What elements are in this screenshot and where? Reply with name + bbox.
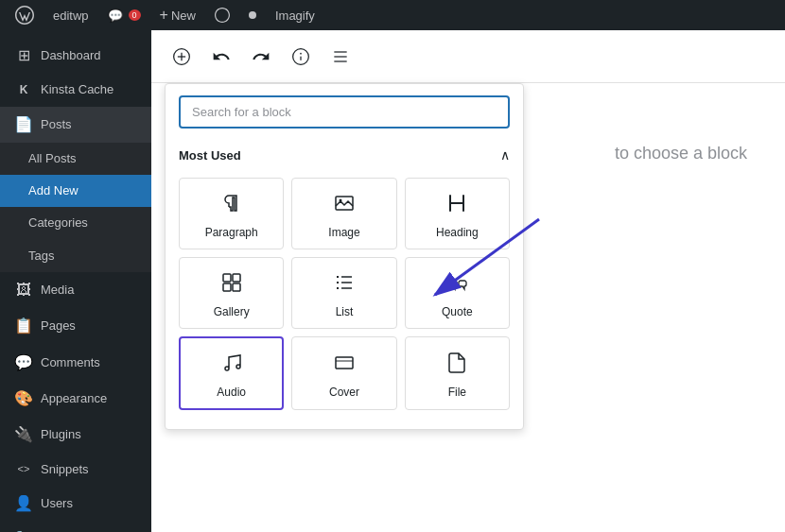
paragraph-icon [220,192,243,218]
sidebar-item-pages[interactable]: 📋 Pages [0,308,151,344]
options-button[interactable] [323,40,358,74]
plus-icon: + [160,7,168,24]
sidebar: ⊞ Dashboard K Kinsta Cache 📄 Posts All P… [0,30,151,532]
new-item[interactable]: + New [152,0,203,30]
svg-rect-21 [336,357,353,369]
block-search-input[interactable] [179,95,510,129]
quote-label: Quote [442,305,473,318]
site-name: editwp [53,9,89,23]
editor-toolbar [151,30,785,83]
wp-logo-item[interactable] [8,0,42,30]
sidebar-item-posts-label: Posts [41,116,72,133]
posts-icon: 📄 [14,114,33,135]
wp-small-icon [215,8,230,23]
block-item-file[interactable]: File [405,336,510,410]
block-item-quote[interactable]: Quote [405,257,510,329]
svg-rect-14 [233,283,240,291]
search-container [166,84,523,140]
sidebar-item-tags[interactable]: Tags [0,240,151,272]
paragraph-label: Paragraph [205,226,258,239]
imagify-label: Imagify [275,9,315,23]
plugins-icon: 🔌 [14,424,33,445]
sidebar-item-plugins-label: Plugins [41,426,81,443]
sidebar-item-dashboard[interactable]: ⊞ Dashboard [0,38,151,74]
sidebar-item-categories[interactable]: Categories [0,207,151,239]
wp-icon-item[interactable] [207,0,237,30]
comments-item[interactable]: 💬 0 [100,0,148,30]
most-used-section-header: Most Used ∧ [166,140,523,170]
image-label: Image [328,226,359,239]
sidebar-item-posts[interactable]: 📄 Posts [0,107,151,143]
list-icon [333,271,356,298]
file-label: File [448,386,466,399]
sidebar-item-pages-label: Pages [41,317,76,335]
main-layout: ⊞ Dashboard K Kinsta Cache 📄 Posts All P… [0,30,785,532]
heading-label: Heading [436,226,479,239]
add-new-label: Add New [28,182,78,199]
info-icon [291,47,310,66]
sidebar-item-plugins[interactable]: 🔌 Plugins [0,417,151,453]
editor-hint-text: to choose a block [615,144,747,163]
svg-rect-12 [233,274,240,282]
new-label: New [171,9,196,23]
block-item-cover[interactable]: Cover [291,336,396,410]
tags-label: Tags [28,248,54,265]
comments-sidebar-icon: 💬 [14,352,33,373]
snippets-icon: <> [14,462,33,476]
redo-button[interactable] [244,40,278,74]
sidebar-item-kinsta-label: Kinsta Cache [41,81,113,98]
undo-icon [212,47,231,66]
imagify-item[interactable]: Imagify [268,0,323,30]
block-item-gallery[interactable]: Gallery [179,257,284,329]
svg-point-10 [339,199,341,202]
media-icon: 🖼 [14,280,33,300]
options-icon [331,47,350,66]
sidebar-item-media[interactable]: 🖼 Media [0,272,151,308]
kinsta-icon: K [14,82,33,98]
categories-label: Categories [28,215,88,232]
list-label: List [336,305,354,318]
info-button[interactable] [284,40,318,74]
sidebar-item-appearance-label: Appearance [41,390,107,407]
audio-icon [220,352,243,378]
block-inserter: Most Used ∧ Paragraph Image [165,83,524,430]
editor-hint: to choose a block [615,144,747,163]
block-item-image[interactable]: Image [291,178,396,249]
heading-icon [445,192,468,218]
site-name-item[interactable]: editwp [45,0,96,30]
sidebar-item-snippets[interactable]: <> Snippets [0,454,151,486]
sidebar-item-comments[interactable]: 💬 Comments [0,345,151,381]
redo-icon [252,47,270,66]
sidebar-item-all-posts[interactable]: All Posts [0,143,151,175]
most-used-label: Most Used [179,148,241,163]
sidebar-item-add-new[interactable]: Add New [0,175,151,207]
sidebar-item-kinsta[interactable]: K Kinsta Cache [0,74,151,106]
add-block-button[interactable] [165,40,199,74]
quote-icon [445,271,468,298]
gallery-label: Gallery [214,305,250,318]
admin-bar: editwp 💬 0 + New Imagify [0,0,785,30]
sidebar-item-comments-label: Comments [41,354,100,371]
users-icon: 👤 [14,493,33,514]
sidebar-item-snippets-label: Snippets [41,461,89,478]
all-posts-label: All Posts [28,150,77,167]
sidebar-item-media-label: Media [41,282,74,299]
audio-label: Audio [217,386,246,399]
svg-rect-11 [223,274,231,282]
block-item-list[interactable]: List [291,257,396,329]
appearance-icon: 🎨 [14,388,33,409]
status-dot [249,11,256,19]
block-item-audio[interactable]: Audio [179,336,284,410]
wp-logo-icon [15,6,34,25]
comment-icon: 💬 [108,9,123,23]
sidebar-item-users[interactable]: 👤 Users [0,486,151,522]
undo-button[interactable] [204,40,238,74]
file-icon [445,352,468,378]
sidebar-item-dashboard-label: Dashboard [41,47,101,64]
sidebar-item-tools[interactable]: 🔧 Tools [0,522,151,532]
block-item-paragraph[interactable]: Paragraph [179,178,284,249]
sidebar-item-appearance[interactable]: 🎨 Appearance [0,381,151,417]
add-block-icon [172,47,191,66]
block-item-heading[interactable]: Heading [405,178,510,249]
collapse-most-used-button[interactable]: ∧ [500,147,510,163]
